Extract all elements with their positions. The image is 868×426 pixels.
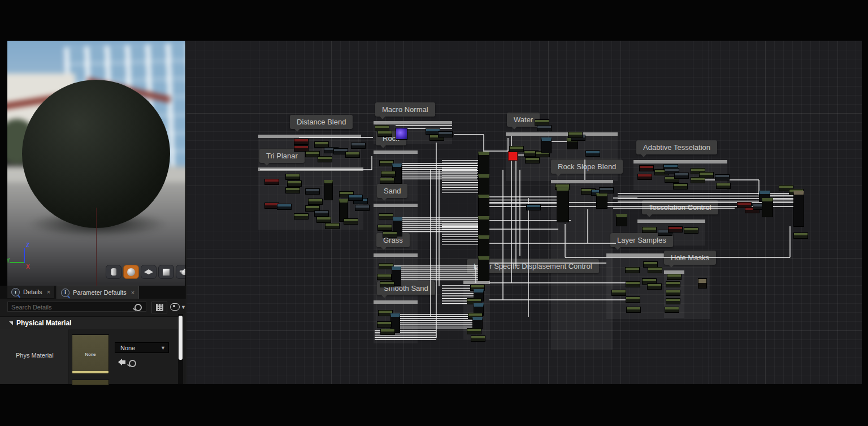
preview-shape-cube-button[interactable] [158, 265, 174, 279]
preview-shape-plane-button[interactable] [141, 265, 157, 279]
graph-node[interactable] [537, 125, 552, 131]
section-header-physical-material[interactable]: Physical Material [0, 316, 179, 330]
scrollbar-thumb[interactable] [179, 316, 183, 360]
phys-material-thumbnail[interactable]: None [72, 334, 109, 374]
graph-node[interactable] [345, 152, 360, 158]
graph-node[interactable] [314, 210, 329, 217]
graph-node[interactable] [716, 183, 731, 189]
graph-node[interactable] [668, 226, 683, 233]
graph-node[interactable] [472, 317, 483, 329]
graph-node[interactable] [557, 187, 569, 222]
graph-node[interactable] [305, 188, 320, 195]
graph-node[interactable] [541, 137, 552, 153]
graph-node[interactable] [715, 174, 730, 180]
graph-node[interactable] [294, 213, 309, 220]
tab-parameter-defaults[interactable]: i Parameter Defaults × [57, 286, 139, 299]
graph-node[interactable] [285, 187, 300, 193]
browse-icon[interactable] [129, 360, 136, 367]
graph-node[interactable] [666, 290, 680, 296]
graph-node[interactable] [525, 157, 540, 163]
graph-node[interactable] [639, 165, 654, 171]
graph-node[interactable] [377, 321, 392, 328]
graph-node[interactable] [626, 307, 641, 313]
use-selected-arrow-icon[interactable] [115, 359, 122, 365]
graph-node[interactable] [478, 256, 489, 281]
graph-node[interactable] [599, 187, 614, 193]
preview-shape-teapot-button[interactable] [176, 265, 185, 279]
graph-node[interactable] [665, 307, 679, 313]
graph-node[interactable] [626, 281, 640, 287]
graph-node[interactable] [377, 225, 392, 231]
preview-shape-cylinder-button[interactable] [106, 265, 121, 279]
graph-node[interactable] [793, 191, 804, 227]
graph-node[interactable] [478, 216, 489, 236]
graph-node[interactable] [596, 193, 607, 209]
graph-node[interactable] [379, 213, 393, 220]
graph-node[interactable] [471, 335, 485, 342]
graph-node[interactable] [793, 233, 808, 239]
graph-node[interactable] [762, 198, 773, 217]
graph-node[interactable] [637, 174, 652, 180]
graph-node[interactable] [478, 195, 489, 217]
graph-node[interactable] [467, 328, 481, 334]
graph-node[interactable] [691, 177, 705, 183]
graph-node[interactable] [526, 204, 541, 210]
graph-node[interactable] [642, 227, 657, 233]
graph-node[interactable] [351, 143, 366, 149]
preview-viewport[interactable]: Z Y X [7, 41, 185, 286]
graph-node[interactable] [478, 174, 489, 196]
graph-node[interactable] [673, 183, 688, 190]
close-icon[interactable]: × [47, 289, 50, 295]
graph-node[interactable] [348, 195, 363, 201]
graph-node[interactable] [666, 298, 680, 304]
graph-node[interactable] [377, 274, 392, 280]
graph-node[interactable] [318, 156, 332, 162]
graph-node[interactable] [380, 281, 394, 287]
graph-node[interactable] [294, 139, 309, 145]
graph-node[interactable] [616, 214, 627, 226]
property-name-column: Phys Material [0, 329, 68, 384]
graph-node[interactable] [308, 199, 323, 205]
graph-node[interactable] [285, 174, 300, 180]
graph-node[interactable] [277, 204, 292, 210]
graph-node[interactable] [287, 180, 302, 187]
chevron-down-icon[interactable]: ▼ [181, 304, 186, 310]
preview-shape-sphere-button[interactable] [123, 265, 139, 279]
graph-node[interactable] [316, 217, 331, 223]
graph-node[interactable] [508, 151, 518, 161]
graph-node[interactable] [344, 218, 358, 225]
graph-node[interactable] [611, 290, 626, 296]
graph-node[interactable] [380, 178, 394, 184]
graph-node[interactable] [396, 128, 407, 140]
graph-node[interactable] [647, 283, 662, 290]
graph-node[interactable] [380, 329, 395, 335]
graph-node[interactable] [698, 278, 707, 289]
eye-icon[interactable] [170, 303, 180, 311]
material-graph-panel[interactable]: Distance BlendTri PlanarMacro NormalRock… [186, 41, 862, 384]
graph-node[interactable] [648, 267, 662, 273]
graph-node[interactable] [625, 267, 640, 273]
graph-node[interactable] [674, 173, 689, 179]
graph-node[interactable] [684, 227, 698, 234]
close-icon[interactable]: × [131, 289, 134, 296]
graph-node[interactable] [666, 281, 680, 287]
graph-node[interactable] [355, 205, 370, 211]
graph-node[interactable] [568, 132, 583, 138]
graph-node[interactable] [377, 131, 392, 137]
graph-node[interactable] [381, 171, 396, 177]
graph-node[interactable] [478, 235, 489, 258]
graph-node[interactable] [264, 179, 279, 185]
graph-node[interactable] [383, 231, 397, 238]
tab-details[interactable]: i Details × [7, 286, 54, 298]
display-filter-button[interactable] [151, 302, 167, 313]
graph-node[interactable] [478, 152, 489, 175]
graph-node[interactable] [325, 223, 340, 229]
phys-material-dropdown[interactable]: None ▼ [115, 342, 169, 353]
graph-node[interactable] [585, 150, 600, 157]
graph-node[interactable] [324, 180, 333, 200]
graph-node[interactable] [438, 131, 453, 137]
graph-node[interactable] [509, 146, 524, 152]
graph-node[interactable] [626, 296, 640, 303]
graph-node[interactable] [667, 274, 682, 280]
search-details-input[interactable]: Search Details [7, 302, 146, 312]
